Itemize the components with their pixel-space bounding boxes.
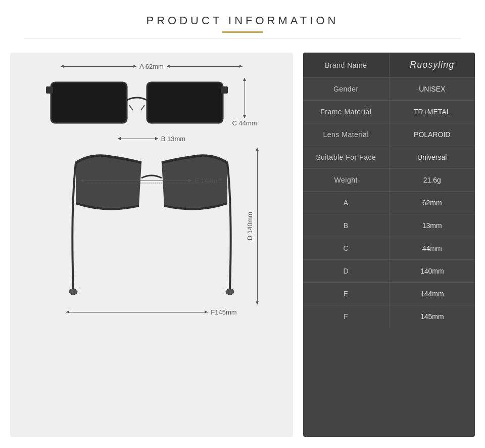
spec-label-6: A bbox=[303, 192, 390, 214]
c-label: C 44mm bbox=[232, 118, 257, 128]
spec-row-11: F145mm bbox=[303, 305, 475, 328]
spec-label-10: E bbox=[303, 283, 390, 305]
e-dim-row: E 144mm bbox=[61, 177, 243, 185]
spec-row-10: E144mm bbox=[303, 283, 475, 305]
b-dim-row: B 13mm bbox=[118, 135, 185, 143]
svg-rect-0 bbox=[51, 82, 127, 123]
spec-row-0: Brand NameRuosyling bbox=[303, 53, 475, 78]
spec-value-1: UNISEX bbox=[390, 78, 475, 100]
b-arrow bbox=[118, 139, 158, 139]
spec-label-7: B bbox=[303, 214, 390, 237]
spec-label-11: F bbox=[303, 305, 390, 328]
svg-line-5 bbox=[141, 105, 144, 110]
e-arrow bbox=[80, 181, 191, 181]
title-underline bbox=[222, 31, 263, 33]
svg-rect-2 bbox=[46, 86, 53, 94]
svg-point-7 bbox=[226, 289, 234, 295]
spec-value-5: 21.6g bbox=[390, 169, 475, 191]
spec-value-7: 13mm bbox=[390, 214, 475, 237]
spec-value-6: 62mm bbox=[390, 192, 475, 214]
spec-value-2: TR+METAL bbox=[390, 101, 475, 123]
spec-row-4: Suitable For FaceUniversal bbox=[303, 146, 475, 169]
svg-line-4 bbox=[129, 105, 133, 110]
e-label: E 144mm bbox=[195, 177, 223, 185]
b-dim-container: B 13mm bbox=[118, 135, 185, 143]
page-title-section: PRODUCT INFORMATION bbox=[0, 0, 485, 43]
spec-row-1: GenderUNISEX bbox=[303, 78, 475, 101]
spec-label-3: Lens Material bbox=[303, 123, 390, 146]
front-view-area: A 62mm bbox=[46, 63, 257, 143]
d-dim-group: D 140mm bbox=[257, 148, 258, 304]
a-label: A 62mm bbox=[136, 63, 167, 70]
glasses-front-svg bbox=[46, 72, 228, 133]
page-title: PRODUCT INFORMATION bbox=[0, 14, 485, 27]
spec-row-6: A62mm bbox=[303, 192, 475, 214]
spec-row-3: Lens MaterialPOLAROID bbox=[303, 123, 475, 146]
c-vert-arrow bbox=[245, 78, 245, 118]
f-label: F145mm bbox=[211, 308, 236, 316]
spec-label-2: Frame Material bbox=[303, 101, 390, 123]
d-label: D 140mm bbox=[246, 212, 254, 240]
spec-value-3: POLAROID bbox=[390, 123, 475, 146]
spec-value-8: 44mm bbox=[390, 237, 475, 259]
specs-panel: Brand NameRuosylingGenderUNISEXFrame Mat… bbox=[303, 53, 475, 437]
a-arrow-right bbox=[167, 66, 243, 67]
spec-row-7: B13mm bbox=[303, 214, 475, 237]
spec-value-0: Ruosyling bbox=[390, 53, 475, 77]
title-separator bbox=[24, 38, 461, 38]
glasses-open-svg bbox=[61, 148, 243, 304]
spec-value-9: 140mm bbox=[390, 260, 475, 282]
svg-point-6 bbox=[69, 289, 77, 295]
svg-rect-1 bbox=[147, 82, 223, 123]
spec-value-11: 145mm bbox=[390, 305, 475, 328]
dimension-a-row: A 62mm bbox=[61, 63, 243, 70]
spec-label-4: Suitable For Face bbox=[303, 146, 390, 168]
a-arrow-left bbox=[61, 66, 136, 67]
spec-row-5: Weight21.6g bbox=[303, 169, 475, 192]
f-dim-row: F145mm bbox=[66, 308, 236, 316]
c-dim-group: C 44mm bbox=[232, 78, 257, 128]
spec-label-1: Gender bbox=[303, 78, 390, 100]
spec-row-8: C44mm bbox=[303, 237, 475, 260]
main-content: A 62mm bbox=[10, 53, 475, 437]
open-svg-container: D 140mm bbox=[61, 148, 243, 306]
spec-value-4: Universal bbox=[390, 146, 475, 168]
front-with-c: C 44mm bbox=[46, 72, 257, 133]
diagram-panel: A 62mm bbox=[10, 53, 293, 437]
d-vert-arrow bbox=[257, 148, 258, 304]
spec-label-5: Weight bbox=[303, 169, 390, 191]
open-view-area: D 140mm bbox=[61, 148, 243, 316]
f-arrow bbox=[66, 312, 208, 312]
spec-row-9: D140mm bbox=[303, 260, 475, 283]
spec-value-10: 144mm bbox=[390, 283, 475, 305]
spec-label-9: D bbox=[303, 260, 390, 282]
spec-label-0: Brand Name bbox=[303, 54, 390, 76]
svg-rect-3 bbox=[221, 86, 228, 94]
b-label: B 13mm bbox=[161, 135, 185, 143]
spec-row-2: Frame MaterialTR+METAL bbox=[303, 101, 475, 123]
spec-label-8: C bbox=[303, 237, 390, 259]
